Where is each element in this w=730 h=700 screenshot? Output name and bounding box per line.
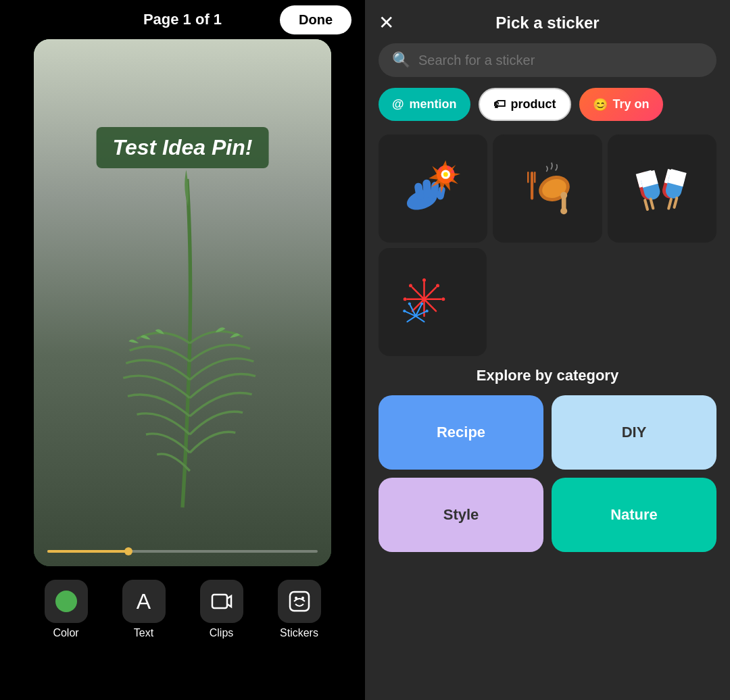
svg-point-18 (560, 192, 567, 199)
tag-row: @ mention 🏷 product 😊 Try on (365, 88, 730, 134)
svg-rect-0 (212, 595, 227, 608)
svg-rect-24 (643, 199, 650, 211)
category-grid: Recipe DIY Style Nature (379, 395, 716, 552)
clips-tool[interactable]: Clips (200, 580, 243, 639)
sticker-popsicle[interactable] (608, 134, 716, 243)
svg-point-42 (441, 297, 445, 301)
search-icon: 🔍 (392, 51, 410, 69)
stickers-label: Stickers (280, 627, 318, 639)
sticker-search-input[interactable] (418, 53, 703, 68)
tryon-icon: 😊 (593, 97, 608, 112)
mention-label: mention (410, 97, 457, 111)
svg-rect-12 (531, 172, 533, 200)
text-tool[interactable]: A Text (122, 580, 166, 639)
svg-rect-13 (527, 172, 529, 183)
svg-point-52 (420, 302, 423, 305)
category-recipe-button[interactable]: Recipe (379, 395, 543, 470)
clips-label: Clips (210, 627, 234, 639)
svg-point-51 (408, 302, 411, 305)
canvas-text: Test Idea Pin! (113, 135, 253, 159)
timeline-progress (47, 550, 128, 553)
timeline-dot (124, 547, 132, 555)
stickers-tool[interactable]: Stickers (278, 580, 321, 639)
svg-line-50 (416, 316, 424, 322)
sticker-fireworks[interactable] (379, 248, 487, 356)
category-style-button[interactable]: Style (379, 478, 543, 552)
svg-rect-14 (534, 172, 536, 183)
color-tool[interactable]: Color (45, 580, 88, 639)
sticker-snap[interactable] (379, 134, 487, 243)
svg-point-44 (404, 297, 407, 301)
svg-point-19 (560, 207, 567, 214)
color-circle (55, 591, 77, 612)
product-label: product (511, 97, 556, 111)
done-button[interactable]: Done (280, 5, 351, 34)
svg-line-38 (412, 299, 424, 311)
stickers-icon (278, 580, 321, 623)
mention-tag-button[interactable]: @ mention (379, 88, 470, 121)
svg-rect-30 (667, 197, 673, 210)
product-icon: 🏷 (493, 97, 506, 111)
svg-point-53 (403, 309, 406, 312)
sticker-picker-header: ✕ Pick a sticker (365, 0, 730, 43)
clips-icon (200, 580, 243, 623)
svg-point-3 (301, 597, 304, 599)
explore-section: Explore by category Recipe DIY Style Nat… (365, 367, 730, 552)
top-bar: Page 1 of 1 Done (0, 0, 365, 39)
sticker-bbq[interactable] (493, 134, 602, 243)
bottom-toolbar: Color A Text Clips (0, 566, 365, 653)
svg-line-33 (424, 287, 437, 299)
svg-point-11 (443, 172, 448, 177)
svg-line-49 (408, 316, 416, 322)
mention-icon: @ (392, 97, 404, 111)
canvas-background: Test Idea Pin! (34, 39, 331, 566)
product-tag-button[interactable]: 🏷 product (479, 88, 571, 121)
fern-image (81, 161, 284, 526)
tryon-tag-button[interactable]: 😊 Try on (579, 88, 663, 121)
text-icon: A (122, 580, 166, 623)
sticker-grid-row2 (365, 248, 730, 367)
page-indicator: Page 1 of 1 (143, 11, 222, 28)
svg-rect-1 (290, 592, 309, 611)
left-panel: Page 1 of 1 Done Test Idea Pin! (0, 0, 365, 700)
svg-line-35 (424, 299, 437, 311)
svg-point-54 (426, 309, 429, 312)
svg-point-43 (409, 284, 412, 287)
sticker-search-bar[interactable]: 🔍 (379, 43, 716, 77)
color-icon-bg (45, 580, 88, 623)
tryon-label: Try on (613, 97, 650, 111)
svg-point-41 (436, 284, 439, 287)
canvas-area: Test Idea Pin! (34, 39, 331, 566)
right-panel: ✕ Pick a sticker 🔍 @ mention 🏷 product 😊… (365, 0, 730, 700)
text-label: Text (134, 627, 153, 639)
svg-point-40 (422, 278, 426, 282)
category-diy-button[interactable]: DIY (552, 395, 716, 470)
svg-line-36 (412, 287, 424, 299)
svg-point-2 (295, 597, 297, 599)
explore-title: Explore by category (379, 367, 716, 384)
sticker-picker-title: Pick a sticker (495, 14, 599, 32)
color-label: Color (53, 627, 78, 639)
sticker-grid-row1 (365, 134, 730, 248)
timeline-bar[interactable] (47, 550, 318, 553)
category-nature-button[interactable]: Nature (552, 478, 716, 552)
close-button[interactable]: ✕ (379, 14, 394, 32)
